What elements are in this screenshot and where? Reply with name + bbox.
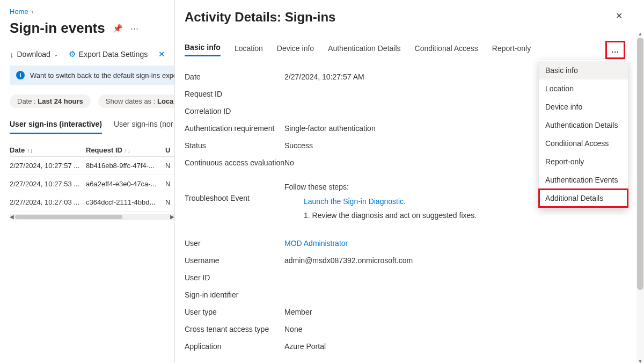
panel-tabs: Basic info Location Device info Authenti… <box>185 43 644 56</box>
tab-interactive-signins[interactable]: User sign-ins (interactive) <box>10 120 102 134</box>
page-title: Sign-in events <box>10 20 105 37</box>
scroll-down-icon[interactable]: ▼ <box>636 359 644 363</box>
breadcrumb[interactable]: Home › <box>10 8 174 16</box>
troubleshoot-step: 1. Review the diagnosis and act on sugge… <box>284 208 644 223</box>
label-user-type: User type <box>185 308 284 316</box>
tab-auth-details[interactable]: Authentication Details <box>328 44 400 56</box>
tab-report-only[interactable]: Report-only <box>492 44 531 56</box>
info-icon: i <box>16 71 25 79</box>
menu-item-device-info[interactable]: Device info <box>539 98 628 116</box>
table-row[interactable]: 2/27/2024, 10:27:03 ... c364dccf-2111-4b… <box>10 193 174 212</box>
tool-icon[interactable]: ✕ <box>158 49 165 59</box>
label-cae: Continuous access evaluation <box>185 158 284 167</box>
close-icon[interactable]: ✕ <box>612 10 626 22</box>
info-banner: i Want to switch back to the default sig… <box>10 66 174 85</box>
menu-item-conditional-access[interactable]: Conditional Access <box>539 134 628 153</box>
chevron-right-icon: › <box>32 9 34 15</box>
label-auth-requirement: Authentication requirement <box>185 124 284 133</box>
menu-item-location[interactable]: Location <box>539 79 628 98</box>
value-application: Azure Portal <box>284 342 644 351</box>
banner-text: Want to switch back to the default sign-… <box>30 71 174 79</box>
tabs-overflow-button[interactable]: ... <box>608 43 623 56</box>
tab-basic-info[interactable]: Basic info <box>185 43 221 56</box>
scroll-left-icon[interactable]: ◀ <box>10 214 14 220</box>
details-panel: Activity Details: Sign-ins ✕ Basic info … <box>174 0 644 363</box>
column-request-id[interactable]: Request ID ↑↓ <box>86 146 165 154</box>
chevron-down-icon: ⌄ <box>54 52 58 57</box>
table-row[interactable]: 2/27/2024, 10:27:57 ... 8b416eb8-9ffc-47… <box>10 157 174 175</box>
scroll-up-icon[interactable]: ▲ <box>636 31 644 37</box>
label-status: Status <box>185 141 284 150</box>
value-username: admin@msdx087392.onmicrosoft.com <box>284 256 644 265</box>
label-user: User <box>185 239 284 248</box>
label-troubleshoot: Troubleshoot Event <box>185 180 284 202</box>
tab-noninteractive-signins[interactable]: User sign-ins (nor <box>114 120 173 134</box>
label-cross-tenant: Cross tenant access type <box>185 325 284 333</box>
panel-title: Activity Details: Sign-ins <box>185 10 335 25</box>
label-request-id: Request ID <box>185 90 284 98</box>
pin-icon[interactable]: 📌 <box>113 24 123 33</box>
scroll-right-icon[interactable]: ▶ <box>170 214 174 220</box>
label-correlation-id: Correlation ID <box>185 107 284 115</box>
table-header: Date ↑↓ Request ID ↑↓ U <box>10 146 174 157</box>
menu-item-auth-events[interactable]: Authentication Events <box>539 171 628 189</box>
menu-item-auth-details[interactable]: Authentication Details <box>539 116 628 134</box>
gear-icon: ⚙ <box>69 49 76 59</box>
download-button[interactable]: ↓ Download ⌄ <box>10 50 58 59</box>
horizontal-scrollbar[interactable]: ◀ ▶ <box>10 214 174 220</box>
tab-location[interactable]: Location <box>235 44 263 56</box>
menu-item-additional-details[interactable]: Additional Details <box>539 189 628 207</box>
value-user-type: Member <box>284 308 644 316</box>
menu-item-report-only[interactable]: Report-only <box>539 153 628 171</box>
table-row[interactable]: 2/27/2024, 10:27:53 ... a6a2eff4-e3e0-47… <box>10 175 174 193</box>
tab-device-info[interactable]: Device info <box>277 44 314 56</box>
command-bar: ↓ Download ⌄ ⚙ Export Data Settings ✕ <box>10 49 174 63</box>
value-signin-identifier <box>284 291 644 299</box>
tab-conditional-access[interactable]: Conditional Access <box>415 44 478 56</box>
column-date[interactable]: Date ↑↓ <box>10 146 86 154</box>
label-username: Username <box>185 256 284 265</box>
more-icon[interactable]: ⋯ <box>130 24 138 33</box>
label-application: Application <box>185 342 284 351</box>
sort-icon: ↑↓ <box>125 147 130 154</box>
vertical-scrollbar[interactable]: ▲ ▼ <box>636 38 644 363</box>
column-u[interactable]: U <box>165 146 170 154</box>
export-settings-button[interactable]: ⚙ Export Data Settings <box>69 49 148 59</box>
scrollbar-thumb[interactable] <box>637 38 643 290</box>
label-user-id: User ID <box>185 273 284 282</box>
value-user[interactable]: MOD Administrator <box>284 239 644 248</box>
label-date: Date <box>185 72 284 81</box>
label-signin-identifier: Sign-in identifier <box>185 291 284 299</box>
download-icon: ↓ <box>10 50 14 59</box>
filter-show-dates-as[interactable]: Show dates as : Loca <box>98 95 174 108</box>
filter-date[interactable]: Date : Last 24 hours <box>10 95 91 108</box>
sort-icon: ↑↓ <box>27 147 33 154</box>
tabs-overflow-menu: Basic info Location Device info Authenti… <box>539 60 628 208</box>
scrollbar-thumb[interactable] <box>15 215 122 219</box>
breadcrumb-home[interactable]: Home <box>10 8 28 16</box>
value-cross-tenant: None <box>284 325 644 333</box>
menu-item-basic-info[interactable]: Basic info <box>539 61 628 79</box>
value-user-id <box>284 273 644 282</box>
